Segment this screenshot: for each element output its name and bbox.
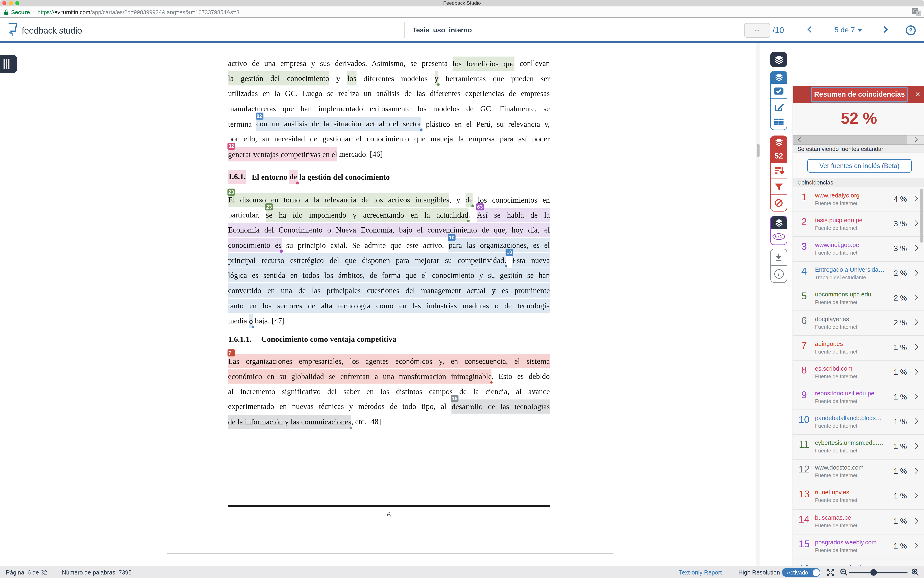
source-row[interactable]: 6docplayer.esFuente de Internet2 % xyxy=(793,311,924,336)
page-navigator[interactable]: 5 de 7 xyxy=(835,18,862,43)
pager-next-button[interactable] xyxy=(907,135,924,144)
source-row[interactable]: 11cybertesis.unmsm.edu.…Fuente de Intern… xyxy=(793,435,924,459)
similarity-layer-button[interactable] xyxy=(771,136,787,148)
panel-title[interactable]: Resumen de coincidencias xyxy=(812,88,907,101)
highlighted-match-text[interactable]: desarrollo de las tecnologías xyxy=(452,399,550,414)
chevron-right-icon[interactable] xyxy=(912,344,918,350)
highlighted-match-text[interactable]: para las organizaciones, es el xyxy=(448,238,550,252)
chevron-right-icon[interactable] xyxy=(912,196,918,201)
filter-button[interactable] xyxy=(771,179,787,195)
chevron-right-icon[interactable] xyxy=(912,295,918,300)
source-name[interactable]: docplayer.es xyxy=(815,316,849,322)
zoom-out-icon[interactable] xyxy=(840,568,848,576)
zoom-in-icon[interactable] xyxy=(911,568,919,576)
ets-button[interactable]: ETS xyxy=(771,229,787,245)
text-only-report-link[interactable]: Text-only Report xyxy=(679,566,722,578)
source-name[interactable]: tesis.pucp.edu.pe xyxy=(815,217,862,223)
browser-address-bar[interactable]: Secure https://ev.turnitin.com/app/carta… xyxy=(0,6,924,18)
download-button[interactable] xyxy=(771,249,787,266)
next-page-button[interactable] xyxy=(881,26,888,33)
highlighted-match-text[interactable]: El discurso en torno a la relevancia de … xyxy=(228,193,449,207)
highlighted-match-text[interactable]: tanto en los sectores de alta tecnología… xyxy=(228,299,550,313)
source-row[interactable]: 8es.scribd.comFuente de Internet1 % xyxy=(793,360,924,385)
source-row[interactable]: 1www.redalyc.orgFuente de Internet4 % xyxy=(793,187,924,212)
prev-page-button[interactable] xyxy=(807,26,814,33)
layers-all-button[interactable] xyxy=(770,52,787,67)
source-row[interactable]: 13riunet.upv.esFuente de Internet1 % xyxy=(793,485,924,509)
zoom-slider-knob[interactable] xyxy=(870,569,877,576)
chevron-right-icon[interactable] xyxy=(912,518,918,523)
chevron-right-icon[interactable] xyxy=(912,419,918,424)
source-name[interactable]: www.inei.gob.pe xyxy=(815,241,859,248)
rubric-button[interactable] xyxy=(771,114,787,130)
highlighted-match-text[interactable]: Las organizaciones empresariales, los ag… xyxy=(228,354,550,369)
highlighted-match-text[interactable]: principal recurso estratégico del que di… xyxy=(228,253,506,267)
url-text[interactable]: https://ev.turnitin.com/app/carta/es/?o=… xyxy=(37,9,239,15)
highlighted-match-text[interactable]: lógica es sentida en todos los ámbitos, … xyxy=(228,268,550,283)
pager-prev-icon[interactable] xyxy=(798,137,803,142)
source-name[interactable]: upcommons.upc.edu xyxy=(815,291,871,297)
translate-icon[interactable]: GT xyxy=(912,8,921,16)
highlighted-match-text[interactable]: económico en su globalidad se enfrentan … xyxy=(228,369,492,383)
grade-box[interactable]: -- xyxy=(744,23,770,37)
chevron-right-icon[interactable] xyxy=(912,493,918,498)
zoom-slider-track[interactable] xyxy=(849,572,908,573)
source-row[interactable]: 7adingor.esFuente de Internet1 % xyxy=(793,336,924,360)
document-scrollbar-track[interactable] xyxy=(756,43,760,566)
info-button[interactable]: i xyxy=(771,266,787,282)
source-name[interactable]: es.scribd.com xyxy=(815,365,853,372)
source-name[interactable]: www.redalyc.org xyxy=(815,192,859,198)
chevron-right-icon[interactable] xyxy=(912,245,918,251)
chevron-right-icon[interactable] xyxy=(912,221,918,226)
chevron-right-icon[interactable] xyxy=(912,443,918,449)
ets-layer-button[interactable] xyxy=(771,216,787,229)
view-english-sources-button[interactable]: Ver fuentes en inglés (Beta) xyxy=(807,159,912,172)
similarity-score-button[interactable]: 52 xyxy=(771,148,787,163)
highlighted-match-text[interactable]: convertido en una de las principales cue… xyxy=(228,283,550,298)
excluded-sources-button[interactable] xyxy=(771,195,787,211)
source-row[interactable]: 14buscamas.peFuente de Internet1 % xyxy=(793,509,924,534)
source-name[interactable]: riunet.upv.es xyxy=(815,489,849,496)
source-row[interactable]: 9repositorio.usil.edu.peFuente de Intern… xyxy=(793,385,924,410)
highlighted-match-text[interactable]: Esta nueva xyxy=(512,253,550,267)
source-row[interactable]: 5upcommons.upc.eduFuente de Internet2 % xyxy=(793,286,924,311)
highlighted-match-text[interactable]: de la información y las comunicaciones xyxy=(228,414,351,429)
highlighted-match-text[interactable]: los xyxy=(348,71,356,86)
grademark-layer-button[interactable] xyxy=(771,71,787,84)
chevron-right-icon[interactable] xyxy=(912,468,918,474)
source-name[interactable]: pandebatallaucb.blogs… xyxy=(815,415,882,421)
thumbnail-panel-toggle[interactable] xyxy=(0,55,17,73)
source-row[interactable]: 15posgrados.weebly.comFuente de Internet… xyxy=(793,534,924,559)
highlighted-match-text[interactable]: los beneficios que xyxy=(453,56,515,70)
highlighted-match-text[interactable]: la gestión del conocimiento xyxy=(228,71,329,86)
highlighted-match-text[interactable]: con un análisis de la situación actual d… xyxy=(256,117,421,131)
source-name[interactable]: repositorio.usil.edu.pe xyxy=(815,390,874,396)
source-name[interactable]: adingor.es xyxy=(815,341,843,347)
highlighted-match-text[interactable]: 1.6.1. xyxy=(228,170,246,184)
chevron-right-icon[interactable] xyxy=(912,543,918,548)
highlighted-match-text[interactable]: Así se habla de la xyxy=(477,208,550,222)
highlighted-match-text[interactable]: se ha ido imponiendo y acrecentando en l… xyxy=(266,208,468,222)
highlighted-match-text[interactable]: Economía del Conocimiento o Nueva Econom… xyxy=(228,223,550,237)
source-name[interactable]: www.docstoc.com xyxy=(815,464,864,471)
chevron-right-icon[interactable] xyxy=(912,320,918,325)
highlighted-match-text[interactable]: conocimiento es xyxy=(228,238,281,252)
close-icon[interactable]: × xyxy=(915,86,921,103)
help-button[interactable]: ? xyxy=(906,25,916,36)
source-name[interactable]: posgrados.weebly.com xyxy=(815,539,877,545)
sidebar-scrollbar-thumb[interactable] xyxy=(920,188,923,243)
source-row[interactable]: 10pandebatallaucb.blogs…Fuente de Intern… xyxy=(793,410,924,435)
source-row[interactable]: 4Entregado a Universida…Trabajo del estu… xyxy=(793,261,924,286)
source-name[interactable]: cybertesis.unmsm.edu.… xyxy=(815,440,883,446)
match-overview-button[interactable] xyxy=(771,163,787,179)
quickmarks-button[interactable] xyxy=(771,84,787,99)
chevron-right-icon[interactable] xyxy=(912,369,918,375)
document-scrollbar-thumb[interactable] xyxy=(757,144,759,157)
source-name[interactable]: Entregado a Universida… xyxy=(815,266,884,273)
comment-button[interactable] xyxy=(771,99,787,114)
high-resolution-toggle[interactable]: Activado xyxy=(782,568,820,577)
source-name[interactable]: buscamas.pe xyxy=(815,514,851,521)
source-row[interactable]: 2tesis.pucp.edu.peFuente de Internet3 % xyxy=(793,212,924,237)
source-row[interactable]: 12www.docstoc.comFuente de Internet1 % xyxy=(793,460,924,485)
source-row[interactable]: 3www.inei.gob.peFuente de Internet3 % xyxy=(793,237,924,261)
